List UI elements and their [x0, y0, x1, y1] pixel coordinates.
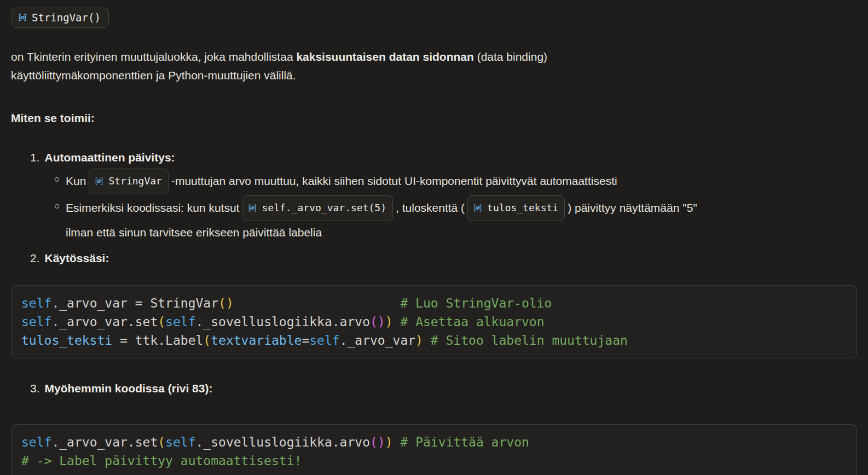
list-number: 3.: [30, 382, 40, 395]
list-item-title: Automaattinen päivitys:: [45, 151, 175, 164]
code-brackets-icon: [18, 13, 27, 22]
code-token: (: [158, 435, 165, 449]
code-token: (: [203, 333, 211, 347]
code-reference-chip-set5[interactable]: self._arvo_var.set(5): [242, 195, 393, 221]
bullet2-text-post2: ilman että sinun tarvitsee erikseen päiv…: [66, 226, 322, 239]
bullet-text: Esimerkiksi koodissasi: kun kutsut self.…: [66, 196, 857, 244]
bullet-item-2: Esimerkiksi koodissasi: kun kutsut self.…: [55, 196, 857, 244]
bullet2-text-post1: ) päivittyy näyttämään "5": [568, 201, 697, 214]
intro-text-2: (data binding): [474, 50, 547, 63]
code-token: [423, 333, 431, 347]
chat-message-dark: { "colors": { "page_bg": "#1e1d1b", "tex…: [0, 0, 868, 475]
intro-bold-text: kaksisuuntaisen datan sidonnan: [296, 50, 473, 63]
code-token: [393, 315, 401, 329]
code-token: [393, 435, 401, 449]
bullet2-text-pre: Esimerkiksi koodissasi: kun kutsut: [66, 201, 239, 214]
code-token: =: [302, 333, 309, 347]
code-reference-chip-stringvar[interactable]: StringVar(): [11, 8, 109, 28]
list-number: 2.: [30, 252, 40, 264]
code-token: ._arvo_var.set: [51, 315, 158, 329]
bullet-text: Kun StringVar-muuttujan arvo muuttuu, ka…: [66, 169, 857, 195]
bullet1-text-pre: Kun: [66, 175, 86, 187]
code-token: ._arvo_var.set: [51, 435, 158, 449]
section-heading: Miten se toimii:: [11, 109, 857, 128]
code-token: ): [415, 333, 423, 347]
chip-label: StringVar(): [32, 11, 101, 24]
code-line: self._arvo_var = StringVar() # Luo Strin…: [21, 294, 847, 312]
code-token: self: [309, 333, 339, 347]
code-line: self._arvo_var.set(self._sovelluslogiikk…: [21, 433, 847, 451]
code-token: self: [21, 435, 51, 449]
code-token: ._arvo_var = StringVar: [51, 296, 218, 310]
code-line: self._arvo_var.set(self._sovelluslogiikk…: [21, 312, 847, 331]
code-token: # Luo StringVar-olio: [400, 296, 552, 310]
intro-text-line2: käyttöliittymäkomponenttien ja Python-mu…: [11, 69, 296, 82]
intro-text-1: on Tkinterin erityinen muuttujaluokka, j…: [11, 50, 296, 63]
code-token: # Asettaa alkuarvon: [400, 315, 544, 329]
code-token: self: [21, 296, 51, 310]
ordered-list-item-2: 2.Käytössäsi:: [30, 248, 857, 269]
code-block-2: self._arvo_var.set(self._sovelluslogiikk…: [11, 424, 857, 475]
code-token: ._sovelluslogiikka.arvo: [196, 435, 371, 449]
chip-label: StringVar: [108, 170, 162, 192]
code-token: # Sitoo labelin muuttujaan: [431, 333, 628, 347]
code-token: textvariable: [211, 333, 302, 347]
code-token: # Päivittää arvon: [400, 435, 529, 449]
code-token: ._sovelluslogiikka.arvo: [196, 315, 371, 329]
code-token: self: [165, 315, 195, 329]
code-brackets-icon: [95, 177, 103, 186]
code-token: (): [370, 315, 385, 329]
bullet-circle-marker: [55, 204, 59, 208]
code-token: (): [218, 296, 234, 310]
ordered-list-item-3: 3.Myöhemmin koodissa (rivi 83):: [30, 378, 857, 399]
bullet1-text-post: -muuttujan arvo muuttuu, kaikki siihen s…: [171, 175, 617, 187]
code-reference-chip-tulos-teksti[interactable]: tulos_teksti: [467, 195, 565, 221]
chip-label: tulos_teksti: [487, 197, 558, 219]
code-brackets-icon: [248, 204, 257, 212]
code-reference-chip-stringvar-inline[interactable]: StringVar: [89, 169, 169, 194]
code-line: tulos_teksti = ttk.Label(textvariable=se…: [21, 331, 847, 350]
code-line: # -> Label päivittyy automaattisesti!: [21, 451, 847, 470]
code-token: # -> Label päivittyy automaattisesti!: [21, 454, 302, 468]
list-item-title: Myöhemmin koodissa (rivi 83):: [45, 382, 213, 395]
code-token: (: [158, 315, 165, 329]
code-token: self: [165, 435, 195, 449]
list-number: 1.: [30, 151, 40, 164]
code-token: = ttk.Label: [112, 333, 203, 347]
top-chip-row: StringVar(): [11, 8, 857, 28]
chip-label: self._arvo_var.set(5): [262, 197, 386, 219]
bullet2-text-mid: , tuloskenttä (: [396, 201, 465, 214]
bullet-circle-marker: [55, 177, 59, 182]
code-brackets-icon: [473, 204, 482, 212]
intro-paragraph: on Tkinterin erityinen muuttujaluokka, j…: [11, 48, 857, 85]
code-token: ): [385, 315, 393, 329]
code-token: (): [370, 435, 385, 449]
code-token: tulos_teksti: [21, 333, 112, 347]
code-token: self: [21, 315, 51, 329]
ordered-list-item-1: 1.Automaattinen päivitys:: [30, 147, 857, 168]
code-token: [234, 296, 401, 310]
code-block-1: self._arvo_var = StringVar() # Luo Strin…: [11, 285, 857, 358]
list-item-title: Käytössäsi:: [45, 252, 109, 264]
code-token: ._arvo_var: [340, 333, 415, 347]
bullet-item-1: Kun StringVar-muuttujan arvo muuttuu, ka…: [55, 169, 857, 195]
code-token: ): [385, 435, 393, 449]
